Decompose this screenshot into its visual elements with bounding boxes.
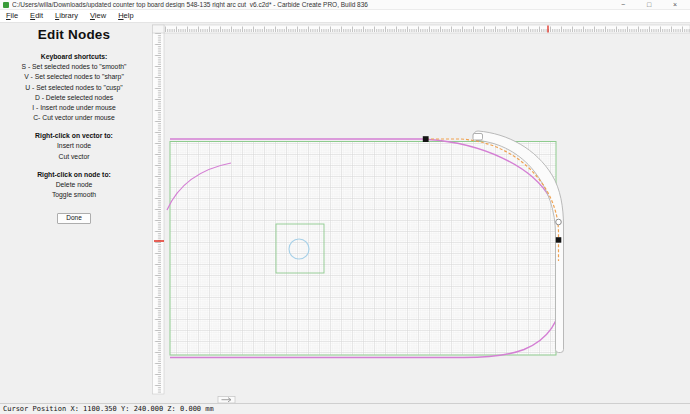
selected-node-right[interactable] [556, 237, 562, 243]
menu-view[interactable]: View [84, 10, 112, 22]
help-line: S - Set selected nodes to "smooth" [0, 63, 148, 70]
stock-grid [170, 142, 556, 356]
selected-node-top[interactable] [423, 136, 429, 142]
done-button[interactable]: Done [57, 213, 91, 224]
horizontal-ruler-ticks [164, 25, 690, 33]
ruler-corner-box [153, 25, 165, 33]
panel-title: Edit Nodes [0, 27, 148, 42]
menu-edit[interactable]: Edit [24, 10, 49, 22]
section-heading: Right-click on node to: [0, 171, 148, 178]
edit-nodes-panel: Edit Nodes Keyboard shortcuts:S - Set se… [0, 23, 148, 403]
menu-file[interactable]: File [0, 10, 24, 22]
menu-help[interactable]: Help [112, 10, 139, 22]
canvas-viewport[interactable] [148, 23, 690, 403]
help-line: V - Set selected nodes to "sharp" [0, 73, 148, 80]
minimize-icon[interactable]: − [610, 0, 636, 9]
arc-control-node[interactable] [556, 219, 562, 225]
help-line: Toggle smooth [0, 191, 148, 198]
close-icon[interactable]: × [662, 0, 688, 9]
help-line: Insert node [0, 142, 148, 149]
help-line: I - Insert node under mouse [0, 104, 148, 111]
vertical-ruler-ticks [153, 33, 165, 393]
design-canvas[interactable] [148, 23, 690, 403]
help-line: Delete node [0, 181, 148, 188]
help-line: Cut vector [0, 153, 148, 160]
window-controls: − □ × [610, 0, 688, 9]
help-line: U - Set selected nodes to "cusp" [0, 84, 148, 91]
help-line: D - Delete selected nodes [0, 94, 148, 101]
app-icon [3, 2, 9, 8]
menu-library[interactable]: Library [49, 10, 84, 22]
menu-bar: FileEditLibraryViewHelp [0, 10, 690, 23]
section-heading: Keyboard shortcuts: [0, 53, 148, 60]
help-line: C- Cut vector under mouse [0, 114, 148, 121]
panel-help-text: Keyboard shortcuts:S - Set selected node… [0, 53, 148, 198]
maximize-icon[interactable]: □ [636, 0, 662, 9]
status-bar: Cursor Position X: 1100.350 Y: 240.000 Z… [0, 403, 690, 414]
title-bar: C:/Users/willa/Downloads/updated counter… [0, 0, 690, 10]
section-heading: Right-click on vector to: [0, 132, 148, 139]
window-title: C:/Users/willa/Downloads/updated counter… [12, 1, 610, 8]
node-handle-rect[interactable] [473, 134, 483, 141]
